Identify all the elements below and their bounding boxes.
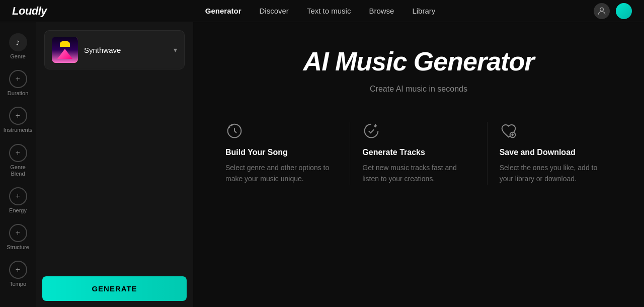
feature-title-save: Save and Download [500,148,612,157]
sidebar-label-tempo: Tempo [10,281,26,287]
sidebar-item-instruments[interactable]: + Instruments [2,104,34,136]
energy-icon-circle: + [9,187,27,205]
sidebar-item-genre[interactable]: ♪ Genre [2,30,34,63]
hero-title: AI Music Generator [303,46,534,76]
main-nav: Generator Discover Text to music Browse … [198,4,442,18]
feature-title-build: Build Your Song [225,148,338,157]
nav-library[interactable]: Library [405,4,442,18]
feature-desc-generate: Get new music tracks fast and listen to … [362,162,474,185]
structure-icon-circle: + [9,224,27,242]
build-icon [225,122,244,140]
genre-blend-icon-circle: + [9,144,27,162]
generate-button[interactable]: GENERATE [42,276,187,301]
generate-icon [362,122,380,140]
feature-desc-build: Select genre and other options to make y… [225,162,338,185]
panel-content: Synthwave ▾ [36,22,193,307]
nav-text-to-music[interactable]: Text to music [300,4,358,18]
header-right [594,3,632,19]
hero-subtitle: Create AI music in seconds [370,85,467,94]
nav-discover[interactable]: Discover [253,4,296,18]
features-grid: Build Your Song Select genre and other o… [213,122,624,185]
teal-accent-circle [616,3,632,19]
genre-name-label: Synthwave [84,46,168,54]
feature-generate: Generate Tracks Get new music tracks fas… [350,122,487,185]
logo: Loudly [12,5,47,18]
feature-build: Build Your Song Select genre and other o… [213,122,350,185]
sidebar-item-energy[interactable]: + Energy [2,184,34,217]
nav-generator[interactable]: Generator [198,4,249,18]
nav-browse[interactable]: Browse [362,4,401,18]
control-panel: Synthwave ▾ GENERATE [36,22,193,307]
sidebar-label-duration: Duration [8,90,29,97]
sidebar-label-genre: Genre [10,53,26,60]
sidebar-label-energy: Energy [9,207,27,214]
genre-thumbnail [52,37,78,63]
sidebar-item-structure[interactable]: + Structure [2,221,34,254]
sidebar-item-duration[interactable]: + Duration [2,67,34,100]
feature-desc-save: Select the ones you like, add to your li… [500,162,612,185]
genre-selector[interactable]: Synthwave ▾ [44,30,185,69]
duration-icon-circle: + [9,70,27,88]
header: Loudly Generator Discover Text to music … [0,0,644,22]
save-icon [500,122,518,140]
sidebar-item-tempo[interactable]: + Tempo [2,258,34,290]
instruments-icon-circle: + [9,107,27,125]
feature-save: Save and Download Select the ones you li… [488,122,624,185]
main-content: AI Music Generator Create AI music in se… [193,22,644,307]
sidebar-item-genre-blend[interactable]: + Genre Blend [2,141,34,180]
sidebar-label-structure: Structure [7,244,29,251]
app-layout: ♪ Genre + Duration + Instruments + Genre… [0,22,644,307]
sidebar-label-instruments: Instruments [4,127,32,133]
genre-icon-circle: ♪ [9,33,27,51]
sidebar-label-genre-blend: Genre Blend [4,164,32,177]
tempo-icon-circle: + [9,261,27,279]
sidebar: ♪ Genre + Duration + Instruments + Genre… [0,22,36,307]
svg-point-0 [600,8,604,11]
user-avatar[interactable] [594,3,610,19]
chevron-down-icon: ▾ [174,46,177,54]
synthwave-graphic [52,37,78,63]
feature-title-generate: Generate Tracks [362,148,474,157]
